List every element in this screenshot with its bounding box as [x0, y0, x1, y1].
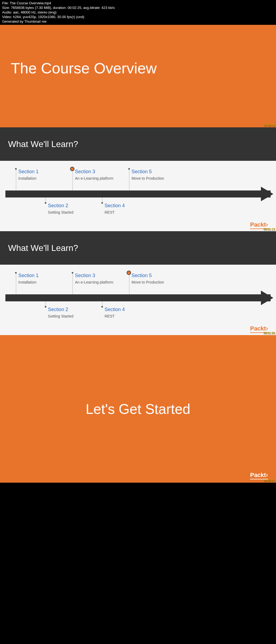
- section-desc: Move to Production: [129, 280, 183, 285]
- section-desc: Getting Started: [46, 314, 100, 319]
- timeline-arrow: [5, 190, 271, 197]
- section-desc: An e-Learning platform: [73, 280, 127, 285]
- section-title: Section 4: [102, 307, 156, 312]
- packt-logo: Packt›: [250, 472, 268, 479]
- timeline-item-3: Section 3 An e-Learning platform: [73, 273, 127, 285]
- slide-learn-2: What We'll Learn? Section 1 Installation…: [0, 231, 276, 335]
- course-title: The Course Overview: [11, 59, 157, 77]
- timeline-connector: [129, 273, 129, 294]
- timeline-item-5: Section 5 Move to Production: [129, 169, 183, 181]
- timeline-arrow: [5, 294, 271, 301]
- timeline-item-2: Section 2 Getting Started: [46, 307, 100, 319]
- timeline-item-4: Section 4 REST: [102, 307, 156, 319]
- timeline-connector: [129, 169, 129, 190]
- timeline-item-1: Section 1 Installation: [16, 273, 70, 285]
- timeline-connector: [73, 169, 73, 190]
- section-title: Section 1: [16, 273, 70, 278]
- slide-content: Section 1 Installation Section 3 An e-Le…: [0, 265, 276, 335]
- slide-header: What We'll Learn?: [0, 127, 276, 161]
- slide-get-started: Let's Get Started Packt› 00:02:21: [0, 335, 276, 483]
- get-started-title: Let's Get Started: [86, 401, 191, 417]
- meta-audio: Audio: aac, 48000 Hz, stereo (eng): [2, 10, 274, 15]
- section-title: Section 2: [46, 203, 100, 209]
- section-title: Section 3: [73, 273, 127, 278]
- section-title: Section 3: [73, 169, 127, 175]
- slide-header: What We'll Learn?: [0, 231, 276, 265]
- timeline-arrowhead-icon: [261, 291, 273, 305]
- slide-header-title: What We'll Learn?: [8, 243, 78, 253]
- timeline-arrowhead-icon: [261, 187, 273, 201]
- section-desc: REST: [102, 314, 156, 319]
- section-title: Section 5: [129, 273, 183, 278]
- section-desc: Getting Started: [46, 210, 100, 215]
- timeline-item-1: Section 1 Installation: [16, 169, 70, 181]
- slide-learn-1: What We'll Learn? Section 1 Installation…: [0, 127, 276, 231]
- section-title: Section 5: [129, 169, 183, 175]
- timeline-connector: [16, 273, 16, 294]
- timestamp: 00:01:13: [263, 227, 275, 231]
- section-title: Section 1: [16, 169, 70, 175]
- slide-header-title: What We'll Learn?: [8, 139, 78, 149]
- timeline-item-3: Section 3 An e-Learning platform: [73, 169, 127, 181]
- timeline: Section 1 Installation Section 3 An e-Le…: [5, 273, 271, 327]
- slide-title: The Course Overview 00:00:06: [0, 25, 276, 127]
- meta-file: File: The Course Overview.mp4: [2, 1, 274, 6]
- timeline: Section 1 Installation Section 3 An e-Le…: [5, 169, 271, 223]
- section-desc: An e-Learning platform: [73, 176, 127, 181]
- timeline-connector: [73, 273, 73, 294]
- section-desc: Installation: [16, 280, 70, 285]
- timeline-item-5: Section 5 Move to Production: [129, 273, 183, 285]
- meta-video: Video: h264, yuv420p, 1920x1080, 30.00 f…: [2, 15, 274, 19]
- section-title: Section 4: [102, 203, 156, 209]
- section-desc: Move to Production: [129, 176, 183, 181]
- timeline-item-4: Section 4 REST: [102, 203, 156, 215]
- section-desc: REST: [102, 210, 156, 215]
- meta-size: Size: 7658836 bytes (7.30 MiB), duration…: [2, 6, 274, 10]
- timeline-connector: [16, 169, 16, 190]
- timestamp: 00:00:06: [263, 124, 275, 127]
- slide-content: Section 1 Installation Section 3 An e-Le…: [0, 161, 276, 231]
- timestamp: 00:02:21: [263, 479, 275, 482]
- timeline-item-2: Section 2 Getting Started: [46, 203, 100, 215]
- section-title: Section 2: [46, 307, 100, 312]
- meta-generated: Generated by Thumbnail me: [2, 19, 274, 24]
- section-desc: Installation: [16, 176, 70, 181]
- video-metadata: File: The Course Overview.mp4 Size: 7658…: [0, 0, 276, 25]
- timestamp: 00:01:50: [263, 331, 275, 335]
